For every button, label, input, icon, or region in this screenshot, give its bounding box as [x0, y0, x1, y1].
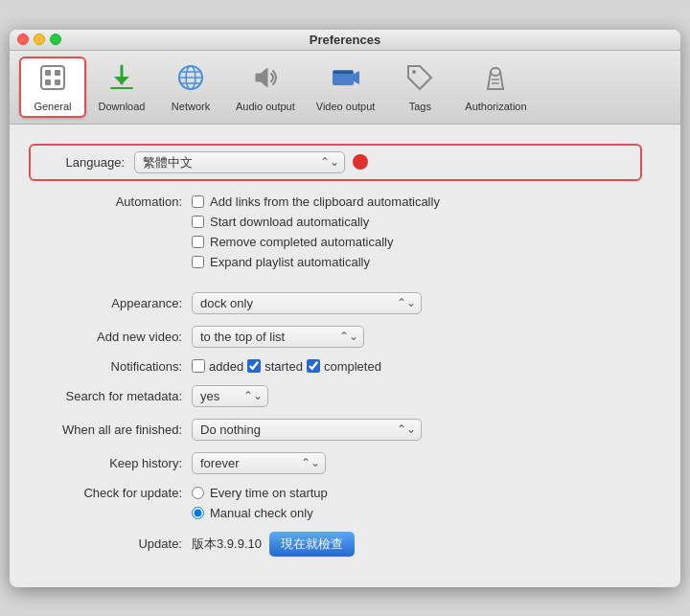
- automation-option-1: Add links from the clipboard automatical…: [192, 194, 440, 209]
- language-row: Language: 繁體中文 ⌃⌄: [29, 144, 642, 181]
- svg-rect-5: [110, 87, 133, 89]
- check-update-row: Check for update: Every time on startup …: [29, 486, 642, 520]
- language-select-wrapper: 繁體中文 ⌃⌄: [134, 151, 345, 173]
- automation-option-4: Expand playlist automatically: [192, 255, 440, 269]
- add-new-video-select[interactable]: to the top of list to the bottom of list: [192, 326, 364, 348]
- appearance-select[interactable]: dock only dock and menu bar menu bar onl…: [192, 292, 422, 314]
- automation-checkbox-2[interactable]: [192, 216, 204, 228]
- keep-history-select-wrapper: forever 1 day 7 days 30 days ⌃⌄: [192, 452, 326, 474]
- general-label: General: [34, 101, 71, 112]
- update-version: 版本3.9.9.10: [192, 536, 262, 553]
- keep-history-row: Keep history: forever 1 day 7 days 30 da…: [29, 452, 642, 474]
- minimize-button[interactable]: [34, 34, 45, 45]
- toolbar-tags[interactable]: Tags: [386, 57, 453, 118]
- download-icon: [106, 62, 137, 98]
- automation-label-2: Start download automatically: [210, 215, 369, 229]
- preferences-content: Language: 繁體中文 ⌃⌄ Automation: Add links …: [10, 125, 680, 587]
- automation-row: Automation: Add links from the clipboard…: [29, 194, 642, 281]
- automation-label-3: Remove completed automatically: [210, 235, 393, 249]
- automation-option-2: Start download automatically: [192, 215, 440, 229]
- notifications-row: Notifications: added started completed: [29, 359, 642, 374]
- add-new-video-select-wrapper: to the top of list to the bottom of list…: [192, 326, 364, 348]
- tags-icon: [404, 62, 435, 98]
- svg-rect-0: [41, 66, 64, 89]
- automation-option-3: Remove completed automatically: [192, 235, 440, 249]
- automation-checkboxes: Add links from the clipboard automatical…: [192, 194, 440, 269]
- search-metadata-select-wrapper: yes no ⌃⌄: [192, 385, 268, 407]
- automation-label-1: Add links from the clipboard automatical…: [210, 194, 440, 209]
- check-update-label-2: Manual check only: [210, 506, 313, 520]
- fullscreen-button[interactable]: [50, 34, 61, 45]
- toolbar-authorization[interactable]: Authorization: [455, 57, 536, 118]
- general-icon: [37, 62, 68, 98]
- automation-label: Automation:: [29, 194, 192, 209]
- svg-marker-13: [354, 71, 359, 84]
- appearance-label: Appearance:: [29, 296, 192, 310]
- svg-rect-2: [55, 70, 60, 76]
- add-new-video-label: Add new video:: [29, 330, 192, 344]
- traffic-lights: [17, 34, 61, 45]
- notifications-added-label: added: [209, 359, 243, 374]
- appearance-row: Appearance: dock only dock and menu bar …: [29, 292, 642, 314]
- check-update-label: Check for update:: [29, 486, 192, 500]
- check-update-radio-2[interactable]: [192, 507, 204, 519]
- check-update-radio-1[interactable]: [192, 487, 204, 499]
- language-select[interactable]: 繁體中文: [134, 151, 345, 173]
- appearance-select-wrapper: dock only dock and menu bar menu bar onl…: [192, 292, 422, 314]
- svg-point-15: [491, 68, 500, 76]
- automation-label-4: Expand playlist automatically: [210, 255, 370, 269]
- automation-checkbox-4[interactable]: [192, 256, 204, 268]
- keep-history-select[interactable]: forever 1 day 7 days 30 days: [192, 452, 326, 474]
- check-update-option-1: Every time on startup: [192, 486, 328, 500]
- language-indicator: [353, 154, 368, 170]
- network-icon: [175, 62, 206, 98]
- automation-checkbox-1[interactable]: [192, 195, 204, 208]
- toolbar-audio[interactable]: Audio output: [226, 57, 305, 118]
- update-label: Update:: [29, 536, 192, 551]
- when-finished-row: When all are finished: Do nothing Sleep …: [29, 419, 642, 441]
- audio-icon: [250, 62, 281, 98]
- when-finished-select-wrapper: Do nothing Sleep Shutdown Quit ⌃⌄: [192, 419, 422, 441]
- update-row: Update: 版本3.9.9.10 現在就檢查: [29, 532, 642, 557]
- notifications-started-label: started: [264, 359, 303, 374]
- svg-rect-12: [334, 71, 353, 74]
- toolbar-general[interactable]: General: [19, 57, 86, 118]
- check-update-label-1: Every time on startup: [210, 486, 328, 500]
- titlebar: Preferences: [10, 30, 680, 51]
- network-label: Network: [172, 101, 210, 112]
- video-icon: [331, 62, 361, 98]
- search-metadata-select[interactable]: yes no: [192, 385, 268, 407]
- add-new-video-row: Add new video: to the top of list to the…: [29, 326, 642, 348]
- authorization-icon: [480, 62, 511, 98]
- notifications-added-checkbox[interactable]: [192, 359, 205, 373]
- toolbar-download[interactable]: Download: [88, 57, 155, 118]
- download-label: Download: [99, 101, 146, 112]
- svg-rect-3: [45, 80, 51, 85]
- check-update-option-2: Manual check only: [192, 506, 328, 520]
- authorization-label: Authorization: [465, 101, 526, 112]
- svg-point-14: [412, 70, 416, 74]
- window-title: Preferences: [310, 33, 380, 47]
- toolbar: General Download: [10, 51, 680, 125]
- notifications-started-checkbox[interactable]: [247, 359, 261, 373]
- when-finished-select[interactable]: Do nothing Sleep Shutdown Quit: [192, 419, 422, 441]
- toolbar-network[interactable]: Network: [157, 57, 224, 118]
- check-update-options: Every time on startup Manual check only: [192, 486, 328, 520]
- search-metadata-row: Search for metadata: yes no ⌃⌄: [29, 385, 642, 407]
- toolbar-video[interactable]: Video output: [307, 57, 385, 118]
- notifications-completed-checkbox[interactable]: [307, 359, 320, 373]
- check-now-button[interactable]: 現在就檢查: [269, 532, 355, 557]
- when-finished-label: When all are finished:: [29, 422, 192, 437]
- search-metadata-label: Search for metadata:: [29, 389, 192, 403]
- preferences-window: Preferences General: [10, 30, 680, 587]
- notifications-completed-label: completed: [324, 359, 381, 374]
- video-label: Video output: [316, 101, 376, 112]
- audio-label: Audio output: [236, 101, 295, 112]
- language-label: Language:: [38, 155, 134, 170]
- svg-rect-1: [45, 70, 51, 76]
- notifications-label: Notifications:: [29, 359, 192, 374]
- automation-checkbox-3[interactable]: [192, 236, 204, 248]
- svg-rect-4: [55, 80, 60, 85]
- tags-label: Tags: [409, 101, 431, 112]
- close-button[interactable]: [17, 34, 29, 45]
